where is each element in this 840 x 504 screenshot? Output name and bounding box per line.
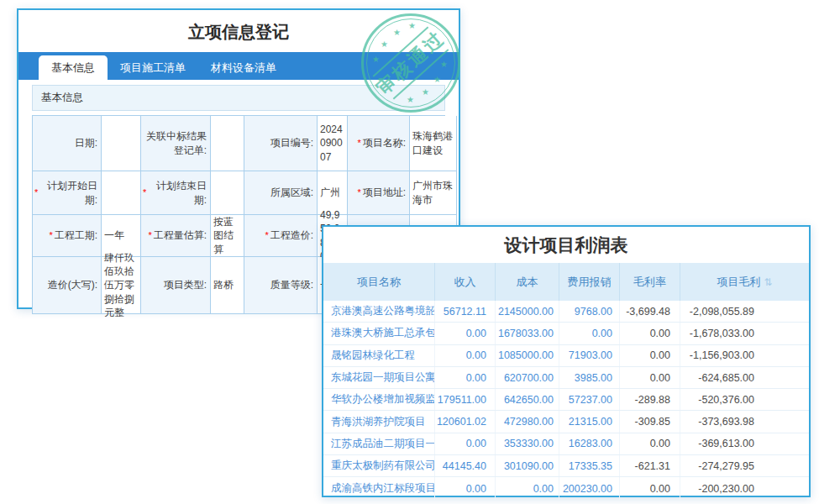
- field-value: 肆仟玖佰玖拾伍万零捌拾捌元整: [102, 257, 141, 314]
- table-cell: 0.00: [620, 433, 680, 454]
- project-name-link[interactable]: 京港澳高速公路粤境韶关至: [323, 301, 435, 322]
- table-cell: 0.00: [435, 345, 496, 366]
- table-cell: 1678033.00: [496, 323, 559, 344]
- table-cell: -520,376.00: [680, 389, 809, 410]
- table-cell: 200230.00: [559, 477, 620, 499]
- table-cell: 3985.00: [559, 367, 620, 388]
- field-label: 关联中标结果登记单:: [141, 116, 211, 171]
- table-cell: 179511.00: [435, 389, 496, 410]
- table-cell: 0.00: [435, 477, 496, 499]
- table-cell: 0.00: [559, 323, 620, 344]
- field-value: 2024090007: [318, 116, 348, 171]
- required-asterisk: *: [34, 186, 38, 199]
- tab-basic-info[interactable]: 基本信息: [39, 55, 108, 80]
- required-asterisk: *: [49, 229, 52, 242]
- table-cell: 0.00: [435, 433, 496, 454]
- table-cell: 0.00: [620, 367, 680, 388]
- column-header-3: 成本: [496, 263, 559, 301]
- project-name-link[interactable]: 东城花园一期项目公寓大堂: [323, 367, 435, 388]
- field-label-text: 计划开始日期:: [39, 179, 97, 206]
- table-cell: -289.88: [620, 389, 680, 410]
- field-label: *工程量估算:: [141, 215, 211, 257]
- project-name-link[interactable]: 港珠澳大桥施工总承包项目: [323, 323, 435, 344]
- required-asterisk: *: [265, 229, 268, 242]
- column-header-2: 收入: [435, 263, 496, 301]
- table-row: 晟铭园林绿化工程0.001085000.0071903.000.00-1,156…: [323, 345, 809, 367]
- project-name-link[interactable]: 成渝高铁内江标段项目: [323, 477, 435, 499]
- tab-construction-list[interactable]: 项目施工清单: [108, 55, 198, 80]
- sort-icon[interactable]: ⇅: [764, 276, 772, 288]
- field-label: 质量等级:: [244, 257, 318, 314]
- table-cell: -624,685.00: [680, 367, 809, 388]
- table-cell: 0.00: [620, 345, 680, 366]
- table-cell: 2145000.00: [496, 301, 559, 322]
- table-cell: 0.00: [496, 477, 559, 499]
- field-label: *项目地址:: [348, 171, 410, 215]
- table-cell: 120601.02: [435, 411, 496, 432]
- column-header-4: 费用报销: [559, 263, 620, 301]
- field-label: 所属区域:: [244, 171, 318, 215]
- field-label-text: 计划结束日期:: [148, 179, 207, 206]
- table-cell: 56712.11: [435, 301, 496, 322]
- field-label-text: 工程量估算:: [154, 228, 207, 242]
- table-cell: -2,098,055.89: [680, 301, 809, 322]
- table-cell: 0.00: [435, 323, 496, 344]
- table-row: 京港澳高速公路粤境韶关至56712.112145000.009768.00-3,…: [323, 301, 809, 323]
- field-value: [102, 116, 141, 171]
- column-header-5: 毛利率: [620, 263, 680, 301]
- field-value: [211, 171, 244, 215]
- field-label-text: 项目名称:: [363, 136, 406, 150]
- field-value: 按蓝图结算: [211, 215, 244, 257]
- form-window-title: 立项信息登记: [18, 10, 459, 52]
- table-cell: -369,613.00: [680, 433, 809, 454]
- project-name-link[interactable]: 晟铭园林绿化工程: [323, 345, 435, 366]
- table-row: 青海洪湖养护院项目120601.02472980.0021315.00-309.…: [323, 411, 809, 433]
- table-cell: 21315.00: [559, 411, 620, 432]
- required-asterisk: *: [357, 137, 360, 150]
- required-asterisk: *: [357, 186, 360, 199]
- field-label: 日期:: [33, 116, 102, 171]
- table-cell: 353330.00: [496, 433, 559, 454]
- project-name-link[interactable]: 重庆太极制药有限公司亳州: [323, 455, 435, 476]
- table-cell: -200,230.00: [680, 477, 809, 499]
- field-label-text: 项目地址:: [363, 186, 406, 199]
- table-cell: 301090.00: [496, 455, 559, 476]
- required-asterisk: *: [143, 186, 146, 199]
- section-title-basic-info: 基本信息: [32, 85, 445, 111]
- table-cell: -1,156,903.00: [680, 345, 809, 366]
- table-cell: 0.00: [620, 477, 680, 499]
- column-header-1: 项目名称: [323, 263, 435, 301]
- table-cell: -309.85: [620, 411, 680, 432]
- table-cell: -621.31: [620, 455, 680, 476]
- field-value: 路桥: [211, 257, 244, 314]
- field-label: *工程造价:: [244, 215, 318, 257]
- project-name-link[interactable]: 江苏成品油二期项目一标段: [323, 433, 435, 454]
- table-cell: 9768.00: [559, 301, 620, 322]
- table-cell: 0.00: [620, 323, 680, 344]
- table-row: 重庆太极制药有限公司亳州44145.40301090.0017335.35-62…: [323, 455, 809, 477]
- table-cell: 642650.00: [496, 389, 559, 410]
- tab-material-equipment-list[interactable]: 材料设备清单: [198, 55, 289, 80]
- table-cell: 17335.35: [559, 455, 620, 476]
- table-cell: -1,678,033.00: [680, 323, 809, 344]
- table-cell: -3,699.48: [620, 301, 680, 322]
- table-cell: 57237.00: [559, 389, 620, 410]
- field-label: *工程工期:: [33, 215, 102, 257]
- field-value: [211, 116, 244, 171]
- table-row: 江苏成品油二期项目一标段0.00353330.0016283.000.00-36…: [323, 433, 809, 455]
- field-label: *计划结束日期:: [141, 171, 211, 215]
- field-label: 项目类型:: [141, 257, 211, 314]
- table-cell: 44145.40: [435, 455, 496, 476]
- table-row: 港珠澳大桥施工总承包项目0.001678033.000.000.00-1,678…: [323, 323, 809, 344]
- column-header-6[interactable]: 项目毛利⇅: [680, 263, 809, 301]
- table-cell: 0.00: [435, 367, 496, 388]
- table-row: 东城花园一期项目公寓大堂0.00620700.003985.000.00-624…: [323, 367, 809, 389]
- table-cell: 71903.00: [559, 345, 620, 366]
- profit-table-body: 京港澳高速公路粤境韶关至56712.112145000.009768.00-3,…: [323, 301, 809, 500]
- project-name-link[interactable]: 青海洪湖养护院项目: [323, 411, 435, 432]
- field-value: [102, 171, 141, 215]
- project-name-link[interactable]: 华软办公楼增加视频监控项: [323, 389, 435, 410]
- required-asterisk: *: [148, 229, 151, 242]
- profit-table-header: 项目名称收入成本费用报销毛利率项目毛利⇅: [323, 263, 809, 301]
- form-tabbar: 基本信息 项目施工清单 材料设备清单: [18, 52, 459, 80]
